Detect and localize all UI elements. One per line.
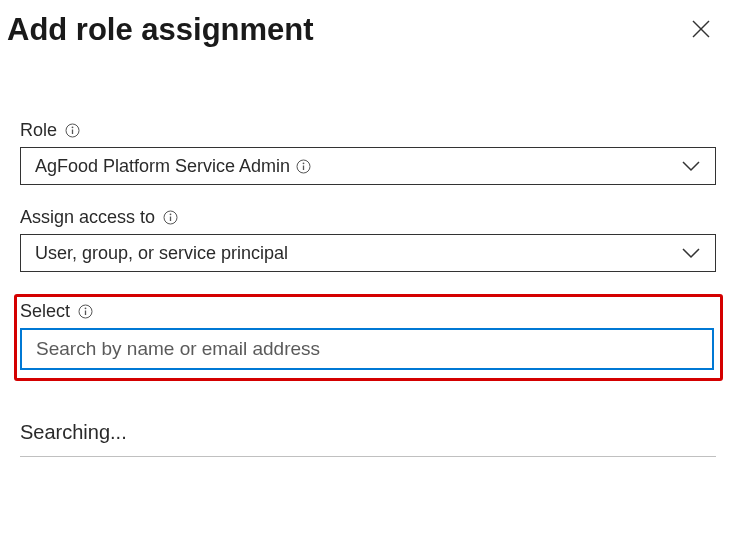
role-label-row: Role bbox=[20, 120, 716, 141]
role-label: Role bbox=[20, 120, 57, 141]
form-body: Role AgFood Platform Service Admin bbox=[0, 120, 736, 381]
svg-point-12 bbox=[85, 307, 87, 309]
assign-access-label: Assign access to bbox=[20, 207, 155, 228]
chevron-down-icon bbox=[681, 247, 701, 259]
close-icon bbox=[692, 20, 710, 41]
svg-point-9 bbox=[170, 213, 172, 215]
role-dropdown[interactable]: AgFood Platform Service Admin bbox=[20, 147, 716, 185]
role-dropdown-value-wrap: AgFood Platform Service Admin bbox=[35, 156, 311, 177]
info-icon[interactable] bbox=[163, 210, 178, 225]
assign-access-label-row: Assign access to bbox=[20, 207, 716, 228]
page-title: Add role assignment bbox=[7, 12, 314, 48]
info-icon[interactable] bbox=[65, 123, 80, 138]
info-icon[interactable] bbox=[296, 159, 311, 174]
assign-access-dropdown[interactable]: User, group, or service principal bbox=[20, 234, 716, 272]
status-section: Searching... bbox=[0, 421, 736, 457]
select-label-row: Select bbox=[20, 301, 714, 322]
searching-status: Searching... bbox=[20, 421, 716, 457]
panel-header: Add role assignment bbox=[0, 0, 736, 60]
chevron-down-icon bbox=[681, 160, 701, 172]
close-button[interactable] bbox=[686, 14, 716, 47]
select-label: Select bbox=[20, 301, 70, 322]
select-field-highlighted: Select bbox=[14, 294, 723, 381]
assign-access-field-group: Assign access to User, group, or service… bbox=[20, 207, 716, 272]
info-icon[interactable] bbox=[78, 304, 93, 319]
svg-point-6 bbox=[303, 162, 305, 164]
svg-point-3 bbox=[72, 126, 74, 128]
role-dropdown-value: AgFood Platform Service Admin bbox=[35, 156, 290, 177]
assign-access-dropdown-value: User, group, or service principal bbox=[35, 243, 288, 264]
role-field-group: Role AgFood Platform Service Admin bbox=[20, 120, 716, 185]
select-search-input[interactable] bbox=[20, 328, 714, 370]
